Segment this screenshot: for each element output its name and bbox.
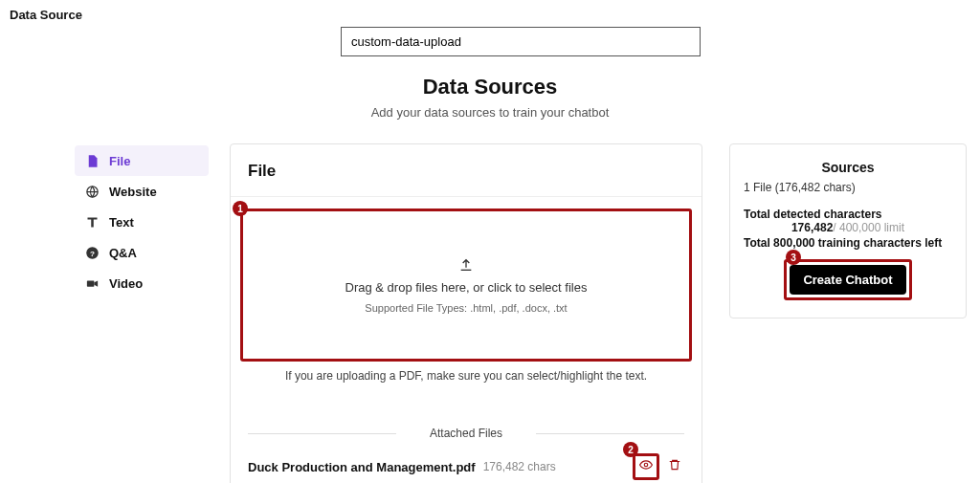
name-input-wrap (341, 27, 701, 56)
chatbot-name-input[interactable] (341, 27, 701, 56)
upload-primary-text: Drag & drop files here, or click to sele… (345, 280, 588, 295)
sidebar-item-video[interactable]: Video (75, 268, 209, 298)
sidebar-item-label: File (109, 154, 130, 168)
text-icon (84, 214, 100, 230)
sidebar-item-label: Video (109, 276, 143, 291)
svg-rect-3 (86, 280, 94, 286)
sidebar-item-label: Text (109, 215, 134, 230)
sources-summary-card: Sources 1 File (176,482 chars) Total det… (729, 143, 967, 318)
pdf-note: If you are uploading a PDF, make sure yo… (231, 369, 702, 383)
sidebar-item-label: Website (109, 185, 157, 199)
trash-icon (668, 458, 681, 475)
file-summary: 1 File (176,482 chars) (744, 181, 952, 194)
data-source-sidebar: File Website Text ? Q&A Video (75, 145, 209, 298)
svg-text:?: ? (90, 249, 95, 257)
sources-title: Sources (744, 160, 952, 175)
page-subtitle: Add your data sources to train your chat… (0, 105, 980, 120)
tdc-label: Total detected characters (744, 208, 952, 221)
tdc-limit: / 400,000 limit (833, 221, 904, 234)
upload-icon (458, 257, 474, 273)
sidebar-item-label: Q&A (109, 246, 137, 260)
annotation-badge-2: 2 (623, 442, 638, 457)
file-upload-card: File 1 Drag & drop files here, or click … (230, 143, 702, 483)
attached-file-chars: 176,482 chars (483, 460, 556, 473)
sidebar-item-website[interactable]: Website (75, 176, 209, 207)
upload-secondary-text: Supported File Types: .html, .pdf, .docx… (365, 302, 567, 314)
document-icon (84, 153, 100, 168)
create-button-highlight: Create Chatbot (784, 259, 911, 300)
sidebar-item-file[interactable]: File (75, 145, 209, 176)
sidebar-item-text[interactable]: Text (75, 207, 209, 237)
video-icon (84, 275, 100, 291)
training-left: Total 800,000 training characters left (744, 236, 952, 250)
delete-file-button[interactable] (665, 457, 684, 476)
sidebar-item-qa[interactable]: ? Q&A (75, 237, 209, 268)
tdc-count: 176,482 (791, 221, 833, 234)
annotation-badge-1: 1 (233, 201, 248, 216)
page-title: Data Sources (0, 75, 980, 99)
svg-point-4 (644, 463, 648, 467)
page-label: Data Source (10, 8, 82, 22)
tdc-line: 176,482/ 400,000 limit (744, 221, 952, 234)
preview-file-button[interactable] (633, 453, 659, 480)
file-drop-zone[interactable]: Drag & drop files here, or click to sele… (240, 209, 692, 362)
globe-icon (84, 184, 100, 199)
file-card-title: File (248, 162, 684, 181)
eye-icon (639, 458, 653, 475)
attached-file-name: Duck Production and Management.pdf (248, 460, 476, 474)
question-icon: ? (84, 245, 100, 260)
attached-files-heading: Attached Files (248, 427, 684, 440)
attached-file-row: Duck Production and Management.pdf 176,4… (231, 440, 702, 480)
create-chatbot-button[interactable]: Create Chatbot (790, 265, 905, 295)
annotation-badge-3: 3 (786, 250, 801, 265)
